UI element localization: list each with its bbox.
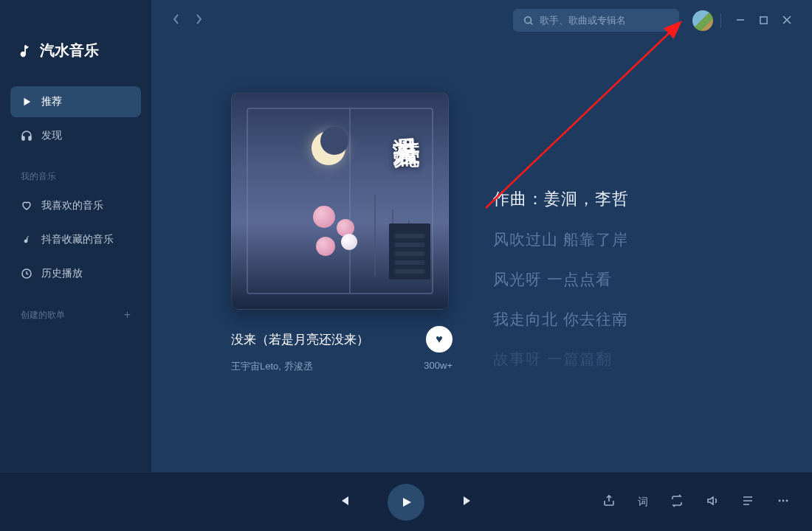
svg-rect-4 <box>760 16 767 23</box>
app-name: 汽水音乐 <box>40 41 99 60</box>
prev-button[interactable] <box>337 494 351 510</box>
svg-point-5 <box>779 500 781 502</box>
app-logo: 汽水音乐 <box>10 0 141 86</box>
play-button[interactable] <box>388 484 424 521</box>
sidebar-item-label: 发现 <box>41 129 62 142</box>
main-content: 若月亮没来 没来（若是月亮还没来） ♥ 王宇宙Leto, 乔浚丞 300w+ 作… <box>151 41 812 472</box>
sidebar-item-label: 历史播放 <box>41 267 83 280</box>
sidebar-item-recommend[interactable]: 推荐 <box>10 86 141 117</box>
song-title-row: 没来（若是月亮还没来） ♥ <box>231 326 453 353</box>
maximize-button[interactable] <box>752 10 775 32</box>
song-plays: 300w+ <box>424 360 453 373</box>
more-button[interactable] <box>777 494 790 510</box>
repeat-button[interactable] <box>670 494 684 510</box>
headphones-icon <box>21 130 32 142</box>
queue-button[interactable] <box>741 494 754 510</box>
back-button[interactable] <box>172 13 181 28</box>
heart-filled-icon: ♥ <box>436 333 443 346</box>
svg-point-3 <box>525 16 531 23</box>
song-artist[interactable]: 王宇宙Leto, 乔浚丞 <box>231 360 313 373</box>
playback-controls <box>337 484 475 521</box>
sidebar-item-history[interactable]: 历史播放 <box>10 258 141 289</box>
add-playlist-button[interactable]: + <box>124 308 131 322</box>
lyric-line[interactable]: 故事呀 一篇篇翻 <box>493 349 629 369</box>
search-box[interactable] <box>513 9 679 32</box>
logo-icon <box>18 43 34 59</box>
like-button[interactable]: ♥ <box>426 326 453 353</box>
play-icon <box>21 96 32 108</box>
clock-icon <box>21 268 32 280</box>
lyric-line[interactable]: 风吹过山 船靠了岸 <box>493 229 629 250</box>
lyric-line[interactable]: 我走向北 你去往南 <box>493 309 629 330</box>
player-bar: 词 <box>0 472 812 531</box>
album-area: 若月亮没来 没来（若是月亮还没来） ♥ 王宇宙Leto, 乔浚丞 300w+ <box>231 92 453 472</box>
minimize-button[interactable] <box>729 10 752 32</box>
search-input[interactable] <box>540 15 669 26</box>
sidebar: 汽水音乐 推荐 发现 我的音乐 我喜欢的音乐 抖音收藏的音乐 历史播放 创建的歌… <box>0 0 151 472</box>
album-cover[interactable]: 若月亮没来 <box>231 92 449 310</box>
svg-rect-1 <box>29 136 31 140</box>
lyric-line[interactable]: 风光呀 一点点看 <box>493 269 629 290</box>
sidebar-item-discover[interactable]: 发现 <box>10 120 141 151</box>
nav-arrows <box>172 13 203 28</box>
next-button[interactable] <box>461 494 475 510</box>
svg-point-7 <box>786 500 788 502</box>
note-icon <box>21 234 32 246</box>
right-controls: 词 <box>602 494 790 510</box>
lyrics-button[interactable]: 词 <box>638 496 648 509</box>
close-button[interactable] <box>775 10 799 32</box>
svg-point-6 <box>782 500 785 502</box>
section-playlist-title: 创建的歌单 <box>21 309 65 322</box>
share-button[interactable] <box>602 494 616 510</box>
sidebar-item-liked[interactable]: 我喜欢的音乐 <box>10 190 141 221</box>
sidebar-item-label: 我喜欢的音乐 <box>41 199 103 212</box>
heart-icon <box>21 200 32 212</box>
lyrics-panel: 作曲：姜洄，李哲 风吹过山 船靠了岸 风光呀 一点点看 我走向北 你去往南 故事… <box>493 92 629 472</box>
song-meta: 王宇宙Leto, 乔浚丞 300w+ <box>231 360 453 373</box>
lyric-line[interactable]: 作曲：姜洄，李哲 <box>493 188 629 210</box>
topbar <box>151 0 812 41</box>
volume-button[interactable] <box>706 494 719 510</box>
sidebar-item-label: 抖音收藏的音乐 <box>41 233 114 246</box>
sidebar-item-douyin[interactable]: 抖音收藏的音乐 <box>10 224 141 255</box>
song-title: 没来（若是月亮还没来） <box>231 331 369 348</box>
section-playlist-head: 创建的歌单 + <box>10 292 141 329</box>
section-mymusic-title: 我的音乐 <box>10 154 141 190</box>
search-icon <box>523 15 534 26</box>
avatar[interactable] <box>692 10 713 31</box>
forward-button[interactable] <box>194 13 203 28</box>
sidebar-item-label: 推荐 <box>41 95 62 108</box>
svg-rect-0 <box>22 136 24 140</box>
divider <box>720 14 721 27</box>
